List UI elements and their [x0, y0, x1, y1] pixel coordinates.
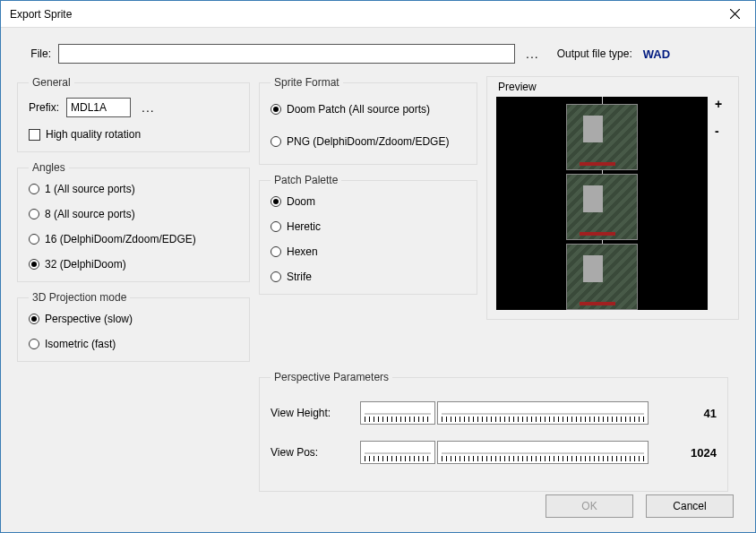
palette-option[interactable]: Doom — [271, 195, 466, 208]
radio-icon — [29, 259, 39, 270]
sprite-format-group: Sprite Format Doom Patch (All source por… — [259, 76, 477, 165]
projection-group: 3D Projection mode Perspective (slow)Iso… — [17, 291, 250, 362]
cancel-button[interactable]: Cancel — [646, 494, 734, 518]
angles-label: 8 (All source ports) — [45, 208, 135, 220]
palette-label: Strife — [287, 271, 312, 283]
angles-label: 1 (All source ports) — [45, 183, 135, 195]
radio-icon — [29, 209, 39, 219]
view-height-value: 41 — [675, 407, 717, 420]
palette-group: Patch Palette DoomHereticHexenStrife — [259, 174, 477, 295]
angles-option[interactable]: 16 (DelphiDoom/Zdoom/EDGE) — [29, 233, 238, 245]
view-height-coarse-slider[interactable] — [360, 401, 435, 425]
sprite-frame — [566, 244, 638, 310]
angles-option[interactable]: 8 (All source ports) — [29, 208, 238, 220]
file-browse-button[interactable]: ... — [522, 47, 543, 61]
zoom-in-button[interactable]: + — [715, 97, 722, 111]
output-type-value: WAD — [643, 47, 670, 61]
angles-label: 16 (DelphiDoom/Zdoom/EDGE) — [45, 233, 196, 245]
general-legend: General — [29, 76, 74, 89]
palette-option[interactable]: Hexen — [271, 245, 466, 258]
checkbox-icon — [29, 129, 40, 141]
projection-legend: 3D Projection mode — [29, 291, 130, 304]
angles-option[interactable]: 1 (All source ports) — [29, 183, 238, 195]
window-title: Export Sprite — [10, 8, 714, 21]
view-pos-value: 1024 — [675, 446, 717, 460]
preview-canvas[interactable] — [496, 97, 708, 310]
angles-option[interactable]: 32 (DelphiDoom) — [29, 258, 238, 271]
export-sprite-window: Export Sprite File: ... Output file type… — [0, 0, 756, 533]
view-height-fine-slider[interactable] — [437, 401, 649, 425]
angles-group: Angles 1 (All source ports)8 (All source… — [17, 161, 250, 282]
prefix-label: Prefix: — [29, 101, 59, 114]
ok-button[interactable]: OK — [546, 494, 633, 518]
palette-option[interactable]: Strife — [271, 271, 466, 283]
radio-icon — [29, 339, 39, 349]
dialog-body: File: ... Output file type: WAD General … — [1, 28, 755, 532]
view-pos-fine-slider[interactable] — [437, 441, 649, 464]
sprite-format-option[interactable]: PNG (DelphiDoom/Zdoom/EDGE) — [271, 135, 466, 148]
sprite-format-label: Doom Patch (All source ports) — [287, 103, 430, 116]
radio-icon — [271, 221, 281, 232]
radio-icon — [29, 314, 39, 324]
titlebar: Export Sprite — [1, 1, 755, 28]
sprite-format-legend: Sprite Format — [271, 76, 343, 89]
palette-label: Heretic — [287, 220, 321, 233]
palette-label: Hexen — [287, 245, 318, 258]
hq-rotation-checkbox[interactable]: High quality rotation — [29, 128, 238, 141]
palette-label: Doom — [287, 195, 315, 208]
palette-option[interactable]: Heretic — [271, 220, 466, 233]
radio-icon — [271, 196, 281, 207]
angles-label: 32 (DelphiDoom) — [45, 258, 126, 271]
file-label: File: — [17, 47, 51, 60]
radio-icon — [29, 234, 39, 245]
prefix-browse-button[interactable]: ... — [138, 100, 159, 115]
angles-legend: Angles — [29, 161, 69, 174]
sprite-frame — [566, 174, 638, 240]
close-icon — [730, 9, 740, 19]
prefix-input[interactable] — [66, 98, 131, 117]
radio-icon — [29, 184, 39, 194]
view-height-label: View Height: — [271, 407, 351, 419]
file-input[interactable] — [58, 44, 515, 64]
projection-option[interactable]: Isometric (fast) — [29, 338, 238, 350]
sprite-format-option[interactable]: Doom Patch (All source ports) — [271, 103, 466, 116]
radio-icon — [271, 136, 281, 147]
view-pos-coarse-slider[interactable] — [360, 441, 435, 464]
hq-rotation-label: High quality rotation — [46, 128, 141, 141]
projection-option[interactable]: Perspective (slow) — [29, 313, 238, 325]
preview-legend: Preview — [498, 81, 729, 93]
sprite-format-label: PNG (DelphiDoom/Zdoom/EDGE) — [287, 135, 449, 148]
perspective-legend: Perspective Parameters — [271, 371, 392, 383]
projection-label: Perspective (slow) — [45, 313, 133, 325]
zoom-out-button[interactable]: - — [715, 124, 722, 138]
general-group: General Prefix: ... High quality rotatio… — [17, 76, 250, 152]
palette-legend: Patch Palette — [271, 174, 341, 186]
view-pos-label: View Pos: — [271, 446, 351, 459]
radio-icon — [271, 271, 281, 282]
projection-label: Isometric (fast) — [45, 338, 116, 350]
file-row: File: ... Output file type: WAD — [17, 44, 739, 64]
radio-icon — [271, 246, 281, 257]
close-button[interactable] — [714, 1, 755, 28]
preview-group: Preview + - — [486, 76, 739, 320]
output-type-label: Output file type: — [557, 47, 632, 60]
sprite-frame — [566, 104, 638, 170]
radio-icon — [271, 104, 281, 115]
perspective-group: Perspective Parameters View Height: 41 V… — [259, 371, 728, 492]
